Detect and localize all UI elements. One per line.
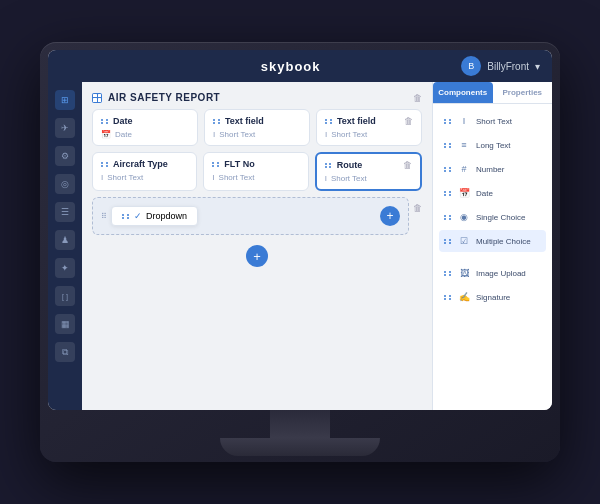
add-column-button[interactable]: + [380, 206, 400, 226]
panel-item-dots-4 [444, 191, 452, 196]
image-upload-label: Image Upload [476, 269, 526, 278]
flt-field-type: I Short Text [212, 173, 299, 182]
monitor: skybook B BillyFront ▾ ⊞ ✈ ⚙ ◎ [40, 42, 560, 462]
form-builder: AIR SAFETY REPORT 🗑 [82, 82, 432, 410]
drag-dots [213, 119, 221, 124]
monitor-stand-base [220, 438, 380, 456]
date-field-type: 📅 Date [101, 130, 189, 139]
panel-item-dots [444, 119, 452, 124]
panel-item-short-text[interactable]: I Short Text [439, 110, 546, 132]
sidebar-icon-brackets[interactable]: [ ] [55, 286, 75, 306]
text-field-2-label: Text field [325, 116, 376, 126]
form-title-icon [92, 93, 102, 103]
panel-item-multiple-choice[interactable]: ☑ Multiple Choice [439, 230, 546, 252]
single-choice-label: Single Choice [476, 213, 525, 222]
sidebar-icon-gear[interactable]: ⚙ [55, 146, 75, 166]
panel-item-single-choice[interactable]: ◉ Single Choice [439, 206, 546, 228]
dropdown-label: Dropdown [146, 211, 187, 221]
aircraft-field[interactable]: Aircraft Type I Short Text [92, 152, 197, 191]
route-field[interactable]: Route 🗑 I Short Text [315, 152, 422, 191]
chevron-down-icon: ▾ [535, 61, 540, 72]
sidebar-icon-layers[interactable]: ⧉ [55, 342, 75, 362]
route-field-delete[interactable]: 🗑 [403, 160, 412, 170]
date-icon: 📅 [457, 186, 471, 200]
text-field-1[interactable]: Text field I Short Text [204, 109, 310, 146]
short-text-label: Short Text [476, 117, 512, 126]
text-field-1-type: I Short Text [213, 130, 301, 139]
text-field-2[interactable]: Text field 🗑 I Short Text [316, 109, 422, 146]
tab-components[interactable]: Components [433, 82, 493, 103]
dropdown-drag-dots [122, 214, 130, 219]
drag-dots [101, 162, 109, 167]
text-field-2-delete[interactable]: 🗑 [404, 116, 413, 126]
app-container: skybook B BillyFront ▾ ⊞ ✈ ⚙ ◎ [48, 50, 552, 410]
flt-field-label: FLT No [212, 159, 254, 169]
signature-label: Signature [476, 293, 510, 302]
panel-item-dots-2 [444, 143, 452, 148]
panel-item-date[interactable]: 📅 Date [439, 182, 546, 204]
text-icon: I [213, 130, 215, 139]
sidebar-icon-grid[interactable]: ⊞ [55, 90, 75, 110]
form-row-1: Date 📅 Date [92, 109, 422, 146]
panel-tabs: Components Properties [433, 82, 552, 104]
navbar: skybook B BillyFront ▾ [48, 50, 552, 82]
sidebar-icon-star[interactable]: ✦ [55, 258, 75, 278]
text-field-1-label: Text field [213, 116, 264, 126]
number-label: Number [476, 165, 504, 174]
drag-dots [212, 162, 220, 167]
drag-dots [325, 163, 333, 168]
long-text-label: Long Text [476, 141, 511, 150]
panel-item-long-text[interactable]: ≡ Long Text [439, 134, 546, 156]
text-icon-5: I [325, 174, 327, 183]
route-field-label: Route [325, 160, 363, 170]
sidebar-icon-doc[interactable]: ☰ [55, 202, 75, 222]
dropdown-row: ⠿ ✓ Dropdown + [92, 197, 409, 235]
long-text-icon: ≡ [457, 138, 471, 152]
add-row-button[interactable]: + [246, 245, 268, 267]
date-field-label: Date [101, 116, 133, 126]
monitor-stand-neck [270, 410, 330, 438]
main-content: ⊞ ✈ ⚙ ◎ ☰ ♟ ✦ [ ] ▦ ⧉ [48, 82, 552, 410]
left-sidebar: ⊞ ✈ ⚙ ◎ ☰ ♟ ✦ [ ] ▦ ⧉ [48, 82, 82, 410]
brand-logo: skybook [261, 59, 321, 74]
multiple-choice-icon: ☑ [457, 234, 471, 248]
sidebar-icon-chart[interactable]: ▦ [55, 314, 75, 334]
aircraft-field-label: Aircraft Type [101, 159, 168, 169]
text-field-2-type: I Short Text [325, 130, 413, 139]
user-menu[interactable]: B BillyFront ▾ [461, 56, 540, 76]
form-row-2: Aircraft Type I Short Text [92, 152, 422, 191]
panel-item-number[interactable]: # Number [439, 158, 546, 180]
date-field[interactable]: Date 📅 Date [92, 109, 198, 146]
short-text-icon: I [457, 114, 471, 128]
user-name: BillyFront [487, 61, 529, 72]
dropdown-row-delete[interactable]: 🗑 [413, 197, 422, 213]
aircraft-field-type: I Short Text [101, 173, 188, 182]
dropdown-element[interactable]: ✓ Dropdown [111, 206, 198, 226]
form-delete-icon[interactable]: 🗑 [413, 93, 422, 103]
panel-items: I Short Text ≡ Long Text [433, 104, 552, 410]
screen: skybook B BillyFront ▾ ⊞ ✈ ⚙ ◎ [48, 50, 552, 410]
date-label: Date [476, 189, 493, 198]
single-choice-icon: ◉ [457, 210, 471, 224]
route-field-type: I Short Text [325, 174, 412, 183]
signature-icon: ✍ [457, 290, 471, 304]
panel-item-signature[interactable]: ✍ Signature [439, 286, 546, 308]
text-icon-3: I [101, 173, 103, 182]
sidebar-icon-people[interactable]: ♟ [55, 230, 75, 250]
drag-dots [325, 119, 333, 124]
calendar-icon: 📅 [101, 130, 111, 139]
panel-item-dots-5 [444, 215, 452, 220]
image-upload-icon: 🖼 [457, 266, 471, 280]
text-icon-2: I [325, 130, 327, 139]
sidebar-icon-plane[interactable]: ✈ [55, 118, 75, 138]
tab-properties[interactable]: Properties [493, 82, 553, 103]
form-title: AIR SAFETY REPORT [92, 92, 220, 103]
flt-field[interactable]: FLT No I Short Text [203, 152, 308, 191]
sidebar-icon-globe[interactable]: ◎ [55, 174, 75, 194]
row-drag-icon: ⠿ [101, 212, 107, 221]
panel-item-dots-7 [444, 271, 452, 276]
drag-dots [101, 119, 109, 124]
panel-item-image-upload[interactable]: 🖼 Image Upload [439, 262, 546, 284]
panel-divider [439, 254, 546, 260]
number-icon: # [457, 162, 471, 176]
